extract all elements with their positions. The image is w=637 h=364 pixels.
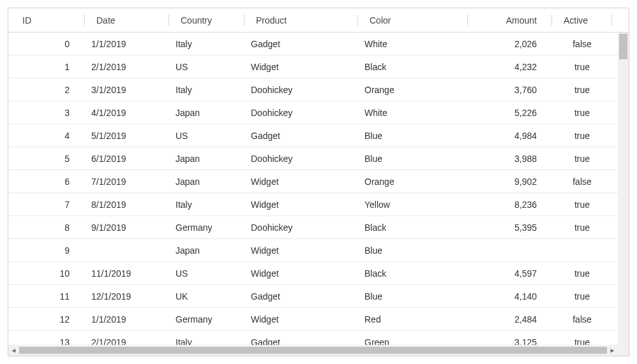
cell-product[interactable]: Widget (244, 171, 358, 192)
cell-country[interactable]: Japan (169, 171, 244, 192)
cell-date[interactable]: 5/1/2019 (85, 126, 169, 146)
cell-id[interactable]: 5 (8, 149, 85, 169)
cell-color[interactable]: Yellow (358, 194, 468, 215)
cell-active[interactable]: true (552, 263, 612, 284)
cell-id[interactable]: 4 (8, 126, 85, 146)
cell-id[interactable]: 6 (8, 171, 85, 192)
cell-country[interactable]: Italy (169, 332, 244, 346)
cell-amount[interactable]: 5,395 (468, 217, 552, 238)
cell-amount[interactable]: 4,140 (468, 286, 552, 307)
cell-product[interactable]: Gadget (244, 332, 358, 346)
column-header-date[interactable]: Date (85, 10, 169, 31)
cell-color[interactable]: Blue (358, 126, 468, 146)
cell-color[interactable]: Black (358, 263, 468, 284)
cell-amount[interactable]: 8,236 (468, 194, 552, 215)
cell-date[interactable]: 2/1/2019 (85, 332, 169, 346)
cell-amount[interactable]: 2,026 (468, 34, 552, 54)
scroll-right-arrow-icon[interactable]: ► (607, 345, 618, 356)
cell-date[interactable]: 1/1/2019 (85, 34, 169, 54)
table-row[interactable]: 78/1/2019ItalyWidgetYellow8,236true (8, 193, 618, 216)
column-header-color[interactable]: Color (358, 10, 468, 31)
cell-id[interactable]: 1 (8, 57, 85, 77)
table-row[interactable]: 67/1/2019JapanWidgetOrange9,902false (8, 170, 618, 193)
table-row[interactable]: 34/1/2019JapanDoohickeyWhite5,226true (8, 101, 618, 124)
cell-product[interactable]: Doohickey (244, 149, 358, 169)
cell-country[interactable]: US (169, 126, 244, 146)
cell-amount[interactable] (468, 245, 552, 256)
cell-color[interactable]: Orange (358, 80, 468, 100)
cell-active[interactable]: true (552, 332, 612, 346)
cell-country[interactable]: US (169, 263, 244, 284)
cell-amount[interactable]: 5,226 (468, 103, 552, 123)
vertical-scrollbar-thumb[interactable] (619, 34, 627, 59)
cell-active[interactable]: true (552, 57, 612, 77)
cell-product[interactable]: Gadget (244, 286, 358, 307)
horizontal-scrollbar-thumb[interactable] (19, 347, 607, 354)
table-row[interactable]: 9JapanWidgetBlue (8, 239, 618, 262)
cell-id[interactable]: 9 (8, 240, 85, 261)
cell-country[interactable]: Japan (169, 103, 244, 123)
cell-color[interactable]: Black (358, 217, 468, 238)
column-header-amount[interactable]: Amount (468, 10, 552, 31)
cell-color[interactable]: Red (358, 309, 468, 330)
cell-active[interactable]: true (552, 149, 612, 169)
cell-id[interactable]: 0 (8, 34, 85, 54)
cell-active[interactable] (552, 245, 612, 256)
cell-color[interactable]: White (358, 103, 468, 123)
cell-id[interactable]: 8 (8, 217, 85, 238)
cell-date[interactable]: 3/1/2019 (85, 80, 169, 100)
cell-amount[interactable]: 2,484 (468, 309, 552, 330)
cell-date[interactable]: 6/1/2019 (85, 149, 169, 169)
column-header-id[interactable]: ID (8, 10, 85, 31)
cell-active[interactable]: false (552, 171, 612, 192)
column-header-active[interactable]: Active (552, 10, 612, 31)
cell-amount[interactable]: 4,597 (468, 263, 552, 284)
data-grid[interactable]: ID Date Country Product Color Amount Act… (8, 8, 629, 356)
cell-date[interactable]: 9/1/2019 (85, 217, 169, 238)
cell-product[interactable]: Gadget (244, 34, 358, 54)
column-header-country[interactable]: Country (169, 10, 244, 31)
cell-date[interactable]: 7/1/2019 (85, 171, 169, 192)
cell-product[interactable]: Gadget (244, 126, 358, 146)
horizontal-scrollbar[interactable]: ◄ ► (8, 345, 629, 356)
cell-country[interactable]: Germany (169, 309, 244, 330)
cell-amount[interactable]: 4,232 (468, 57, 552, 77)
table-row[interactable]: 12/1/2019USWidgetBlack4,232true (8, 55, 618, 78)
cell-date[interactable]: 2/1/2019 (85, 57, 169, 77)
cell-product[interactable]: Doohickey (244, 103, 358, 123)
cell-country[interactable]: Italy (169, 194, 244, 215)
cell-id[interactable]: 7 (8, 194, 85, 215)
cell-active[interactable]: false (552, 309, 612, 330)
table-row[interactable]: 23/1/2019ItalyDoohickeyOrange3,760true (8, 78, 618, 101)
cell-id[interactable]: 2 (8, 80, 85, 100)
cell-product[interactable]: Widget (244, 240, 358, 261)
cell-amount[interactable]: 4,984 (468, 126, 552, 146)
cell-active[interactable]: false (552, 34, 612, 54)
cell-color[interactable]: Blue (358, 240, 468, 261)
table-row[interactable]: 121/1/2019GermanyWidgetRed2,484false (8, 308, 618, 331)
cell-country[interactable]: Germany (169, 217, 244, 238)
table-row[interactable]: 89/1/2019GermanyDoohickeyBlack5,395true (8, 216, 618, 239)
cell-amount[interactable]: 3,988 (468, 149, 552, 169)
cell-product[interactable]: Doohickey (244, 217, 358, 238)
cell-color[interactable]: Blue (358, 149, 468, 169)
cell-product[interactable]: Widget (244, 263, 358, 284)
table-rows-area[interactable]: 01/1/2019ItalyGadgetWhite2,026false12/1/… (8, 33, 618, 345)
cell-color[interactable]: Orange (358, 171, 468, 192)
cell-active[interactable]: true (552, 286, 612, 307)
cell-date[interactable]: 4/1/2019 (85, 103, 169, 123)
cell-id[interactable]: 10 (8, 263, 85, 284)
cell-country[interactable]: UK (169, 286, 244, 307)
cell-active[interactable]: true (552, 217, 612, 238)
cell-country[interactable]: Italy (169, 34, 244, 54)
column-header-product[interactable]: Product (244, 10, 358, 31)
cell-date[interactable]: 11/1/2019 (85, 263, 169, 284)
cell-product[interactable]: Doohickey (244, 80, 358, 100)
vertical-scrollbar[interactable] (618, 33, 629, 345)
cell-color[interactable]: Black (358, 57, 468, 77)
cell-country[interactable]: Japan (169, 240, 244, 261)
cell-amount[interactable]: 9,902 (468, 171, 552, 192)
cell-country[interactable]: Japan (169, 149, 244, 169)
table-row[interactable]: 45/1/2019USGadgetBlue4,984true (8, 124, 618, 147)
cell-color[interactable]: Green (358, 332, 468, 346)
